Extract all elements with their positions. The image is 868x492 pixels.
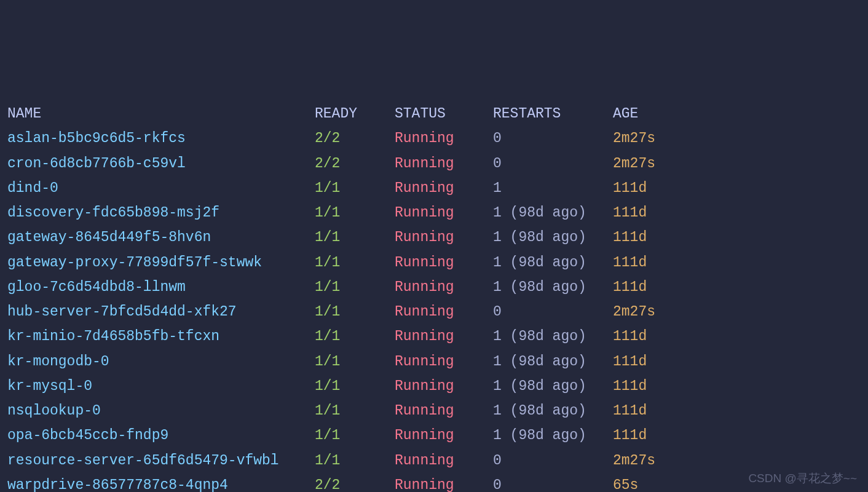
pod-ready: 1/1 [315, 349, 395, 374]
pod-age: 111d [613, 275, 647, 300]
table-row: dind-01/1Running1111d [7, 176, 861, 200]
pod-age: 111d [613, 423, 647, 448]
terminal-output: NAMEREADYSTATUSRESTARTSAGEaslan-b5bc9c6d… [7, 101, 861, 492]
pod-status: Running [395, 399, 493, 423]
pod-name: kr-mongodb-0 [7, 349, 315, 374]
pod-restarts: 1 (98d ago) [493, 349, 613, 374]
pod-name: cron-6d8cb7766b-c59vl [7, 151, 315, 176]
table-row: discovery-fdc65b898-msj2f1/1Running1 (98… [7, 200, 861, 225]
pod-age: 111d [613, 200, 647, 225]
pod-name: nsqlookup-0 [7, 399, 315, 423]
pod-age: 111d [613, 324, 647, 349]
pod-ready: 1/1 [315, 300, 395, 324]
header-status: STATUS [395, 101, 493, 126]
pod-status: Running [395, 126, 493, 151]
pod-age: 2m27s [613, 300, 655, 324]
table-row: gateway-8645d449f5-8hv6n1/1Running1 (98d… [7, 225, 861, 250]
pod-ready: 1/1 [315, 200, 395, 225]
table-row: gloo-7c6d54dbd8-llnwm1/1Running1 (98d ag… [7, 275, 861, 300]
pod-ready: 2/2 [315, 126, 395, 151]
pod-restarts: 1 (98d ago) [493, 250, 613, 275]
pod-age: 2m27s [613, 448, 655, 473]
pod-age: 111d [613, 176, 647, 200]
pod-restarts: 1 (98d ago) [493, 275, 613, 300]
pod-status: Running [395, 151, 493, 176]
pod-status: Running [395, 176, 493, 200]
pod-name: kr-mysql-0 [7, 374, 315, 399]
table-row: hub-server-7bfcd5d4dd-xfk271/1Running02m… [7, 300, 861, 324]
pod-status: Running [395, 349, 493, 374]
pod-restarts: 0 [493, 448, 613, 473]
pod-status: Running [395, 225, 493, 250]
pod-name: resource-server-65df6d5479-vfwbl [7, 448, 315, 473]
pod-age: 65s [613, 473, 638, 492]
table-row: opa-6bcb45ccb-fndp91/1Running1 (98d ago)… [7, 423, 861, 448]
pod-name: opa-6bcb45ccb-fndp9 [7, 423, 315, 448]
pod-restarts: 1 [493, 176, 613, 200]
pod-name: dind-0 [7, 176, 315, 200]
pod-ready: 1/1 [315, 448, 395, 473]
pod-status: Running [395, 275, 493, 300]
pod-age: 111d [613, 399, 647, 423]
table-header-row: NAMEREADYSTATUSRESTARTSAGE [7, 101, 861, 126]
pod-restarts: 1 (98d ago) [493, 374, 613, 399]
pod-ready: 2/2 [315, 151, 395, 176]
table-row: cron-6d8cb7766b-c59vl2/2Running02m27s [7, 151, 861, 176]
pod-restarts: 1 (98d ago) [493, 399, 613, 423]
pod-status: Running [395, 423, 493, 448]
pod-age: 111d [613, 374, 647, 399]
table-row: kr-mysql-01/1Running1 (98d ago)111d [7, 374, 861, 399]
table-row: kr-mongodb-01/1Running1 (98d ago)111d [7, 349, 861, 374]
table-row: resource-server-65df6d5479-vfwbl1/1Runni… [7, 448, 861, 473]
pod-status: Running [395, 448, 493, 473]
pod-restarts: 0 [493, 126, 613, 151]
pod-age: 111d [613, 225, 647, 250]
pod-age: 2m27s [613, 126, 655, 151]
pod-status: Running [395, 300, 493, 324]
pod-name: hub-server-7bfcd5d4dd-xfk27 [7, 300, 315, 324]
header-ready: READY [315, 101, 395, 126]
pod-status: Running [395, 200, 493, 225]
pod-ready: 1/1 [315, 225, 395, 250]
pod-age: 111d [613, 250, 647, 275]
table-row: warpdrive-86577787c8-4qnp42/2Running065s [7, 473, 861, 492]
pod-name: warpdrive-86577787c8-4qnp4 [7, 473, 315, 492]
pod-name: gateway-proxy-77899df57f-stwwk [7, 250, 315, 275]
pod-name: gloo-7c6d54dbd8-llnwm [7, 275, 315, 300]
pod-restarts: 1 (98d ago) [493, 423, 613, 448]
pod-ready: 1/1 [315, 250, 395, 275]
pod-restarts: 1 (98d ago) [493, 200, 613, 225]
pod-restarts: 0 [493, 151, 613, 176]
pod-ready: 2/2 [315, 473, 395, 492]
pod-restarts: 1 (98d ago) [493, 225, 613, 250]
pod-restarts: 1 (98d ago) [493, 324, 613, 349]
header-restarts: RESTARTS [493, 101, 613, 126]
pod-name: kr-minio-7d4658b5fb-tfcxn [7, 324, 315, 349]
header-age: AGE [613, 101, 638, 126]
watermark: CSDN @寻花之梦~~ [748, 468, 857, 488]
pod-name: aslan-b5bc9c6d5-rkfcs [7, 126, 315, 151]
pod-status: Running [395, 324, 493, 349]
pod-ready: 1/1 [315, 176, 395, 200]
pod-ready: 1/1 [315, 423, 395, 448]
table-row: aslan-b5bc9c6d5-rkfcs2/2Running02m27s [7, 126, 861, 151]
pod-status: Running [395, 374, 493, 399]
pod-ready: 1/1 [315, 275, 395, 300]
pod-status: Running [395, 250, 493, 275]
pod-ready: 1/1 [315, 399, 395, 423]
pod-age: 2m27s [613, 151, 655, 176]
header-name: NAME [7, 101, 315, 126]
table-row: kr-minio-7d4658b5fb-tfcxn1/1Running1 (98… [7, 324, 861, 349]
pod-name: discovery-fdc65b898-msj2f [7, 200, 315, 225]
pod-ready: 1/1 [315, 324, 395, 349]
pod-restarts: 0 [493, 300, 613, 324]
pod-name: gateway-8645d449f5-8hv6n [7, 225, 315, 250]
pod-ready: 1/1 [315, 374, 395, 399]
table-row: nsqlookup-01/1Running1 (98d ago)111d [7, 399, 861, 423]
pod-restarts: 0 [493, 473, 613, 492]
pod-age: 111d [613, 349, 647, 374]
table-row: gateway-proxy-77899df57f-stwwk1/1Running… [7, 250, 861, 275]
pod-status: Running [395, 473, 493, 492]
